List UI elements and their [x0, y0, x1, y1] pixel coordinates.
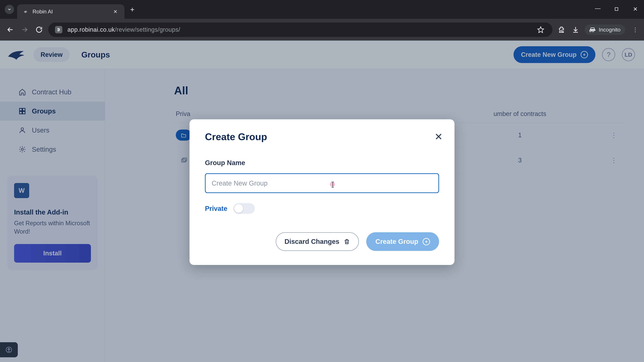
window-controls: — ✕: [594, 6, 639, 12]
modal-title: Create Group: [205, 131, 439, 142]
incognito-icon: [589, 26, 596, 33]
nav-forward-button[interactable]: [20, 24, 30, 35]
chrome-menu-button[interactable]: ⋮: [632, 26, 639, 33]
browser-address-bar: app.robinai.co.uk/review/settings/groups…: [0, 19, 644, 40]
tab-search-button[interactable]: [5, 5, 14, 14]
discard-label: Discard Changes: [284, 238, 340, 245]
private-toggle[interactable]: [233, 203, 255, 214]
svg-marker-9: [538, 27, 544, 33]
svg-point-6: [58, 28, 58, 29]
address-field[interactable]: app.robinai.co.uk/review/settings/groups…: [48, 22, 552, 37]
group-name-input[interactable]: [205, 173, 439, 193]
create-label: Create Group: [375, 238, 418, 245]
toggle-knob: [234, 204, 243, 213]
tab-close-button[interactable]: ×: [112, 8, 119, 15]
window-close-button[interactable]: ✕: [632, 6, 639, 12]
extensions-button[interactable]: [556, 25, 566, 35]
private-label: Private: [205, 205, 227, 212]
address-text: app.robinai.co.uk/review/settings/groups…: [68, 26, 180, 33]
modal-close-button[interactable]: ✕: [434, 131, 443, 142]
incognito-chip[interactable]: Incognito: [585, 24, 625, 35]
modal-scrim[interactable]: Create Group ✕ Group Name Private Discar…: [0, 40, 644, 362]
discard-changes-button[interactable]: Discard Changes: [276, 232, 359, 251]
window-minimize-button[interactable]: —: [594, 5, 602, 11]
create-group-submit-button[interactable]: Create Group +: [366, 232, 439, 251]
tab-title: Robin AI: [32, 8, 108, 15]
browser-tab[interactable]: Robin AI ×: [17, 4, 124, 19]
create-group-modal: Create Group ✕ Group Name Private Discar…: [190, 119, 454, 265]
nav-back-button[interactable]: [5, 24, 16, 35]
trash-icon: [344, 239, 350, 245]
site-settings-icon[interactable]: [55, 26, 62, 33]
svg-point-7: [59, 29, 60, 30]
browser-tab-bar: Robin AI × + — ✕: [0, 0, 644, 19]
plus-circle-icon: +: [422, 238, 430, 245]
svg-rect-0: [615, 7, 618, 10]
window-maximize-button[interactable]: [613, 6, 620, 12]
new-tab-button[interactable]: +: [130, 5, 134, 14]
tab-favicon-icon: [23, 9, 28, 14]
downloads-button[interactable]: [570, 25, 580, 35]
svg-point-8: [58, 30, 58, 31]
bookmark-button[interactable]: [536, 25, 546, 35]
nav-reload-button[interactable]: [34, 24, 44, 35]
incognito-label: Incognito: [599, 27, 620, 33]
group-name-label: Group Name: [205, 159, 439, 167]
chevron-down-icon: [7, 7, 12, 11]
